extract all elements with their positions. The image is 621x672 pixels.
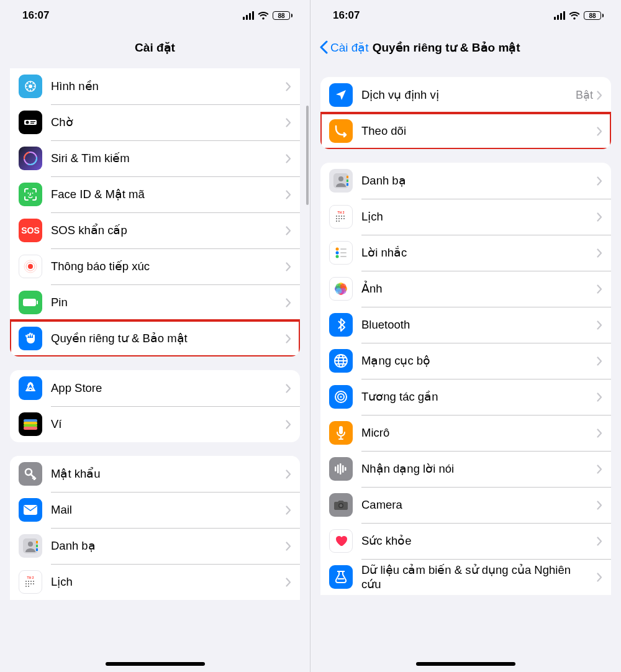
row-calendar[interactable]: TH 2Lịch	[320, 199, 611, 235]
svg-rect-57	[340, 248, 347, 250]
svg-rect-43	[347, 183, 348, 186]
row-label: Thông báo tiếp xúc	[51, 259, 286, 273]
row-label: Bluetooth	[361, 317, 597, 332]
row-passwords[interactable]: Mật khẩu	[10, 456, 300, 492]
row-label: Ảnh	[361, 281, 597, 296]
row-health[interactable]: Sức khỏe	[320, 523, 611, 559]
row-reminders[interactable]: Lời nhắc	[320, 235, 611, 271]
wallet-icon	[19, 412, 42, 436]
row-appstore[interactable]: App Store	[10, 370, 300, 406]
row-contacts[interactable]: Danh bạ	[10, 528, 300, 564]
chevron-right-icon	[286, 190, 291, 199]
row-contacts[interactable]: Danh bạ	[320, 163, 611, 199]
row-faceid[interactable]: Face ID & Mật mã	[10, 176, 300, 212]
chevron-right-icon	[597, 320, 602, 330]
research-icon	[329, 565, 353, 589]
chevron-right-icon	[286, 542, 291, 551]
chevron-right-icon	[597, 501, 602, 510]
svg-rect-32	[33, 581, 34, 582]
row-label: Dịch vụ định vị	[361, 88, 576, 102]
svg-point-56	[336, 248, 339, 251]
row-nearby[interactable]: Tương tác gần	[320, 379, 611, 415]
svg-rect-53	[343, 218, 345, 219]
svg-point-60	[336, 255, 339, 258]
wifi-icon	[569, 11, 580, 20]
reminders-icon	[329, 241, 353, 265]
home-indicator[interactable]	[416, 662, 515, 666]
svg-point-10	[32, 193, 34, 194]
row-label: SOS khẩn cấp	[51, 223, 286, 237]
nearby-icon	[329, 385, 353, 409]
chevron-right-icon	[597, 573, 602, 582]
svg-rect-77	[337, 465, 339, 473]
row-mic[interactable]: Micrô	[320, 415, 611, 451]
nav-header: Cài đặt Quyền riêng tư & Bảo mật	[310, 31, 621, 63]
chevron-right-icon	[597, 356, 602, 366]
svg-rect-25	[36, 545, 38, 547]
chevron-right-icon	[286, 298, 291, 307]
chevron-right-icon	[597, 91, 602, 100]
svg-rect-49	[343, 216, 345, 217]
row-location[interactable]: Dịch vụ định vịBật	[320, 77, 611, 113]
row-label: Lịch	[361, 209, 597, 224]
svg-rect-79	[342, 465, 344, 473]
row-battery[interactable]: Pin	[10, 284, 300, 320]
row-camera[interactable]: Camera	[320, 487, 611, 523]
calendar-icon: TH 2	[329, 205, 353, 229]
row-photos[interactable]: Ảnh	[320, 271, 611, 307]
svg-rect-19	[24, 427, 37, 430]
svg-rect-31	[30, 581, 32, 582]
scrollbar[interactable]	[306, 106, 309, 205]
row-siri[interactable]: Siri & Tìm kiếm	[10, 140, 300, 176]
row-tracking[interactable]: Theo dõi	[320, 113, 611, 149]
chevron-right-icon	[286, 118, 291, 127]
row-label: Mật khẩu	[51, 466, 286, 481]
row-calendar[interactable]: TH 2Lịch	[10, 564, 300, 600]
chevron-right-icon	[286, 334, 291, 343]
row-label: Camera	[361, 497, 597, 512]
cellular-icon	[243, 11, 254, 20]
row-research[interactable]: Dữ liệu cảm biến & sử dụng của Nghiên cứ…	[320, 559, 611, 595]
chevron-right-icon	[286, 226, 291, 235]
svg-rect-52	[341, 218, 342, 219]
row-privacy[interactable]: Quyền riêng tư & Bảo mật	[10, 320, 300, 356]
appstore-icon	[19, 376, 42, 400]
row-standby[interactable]: Chờ	[10, 104, 300, 140]
row-speech[interactable]: Nhận dạng lời nói	[320, 451, 611, 487]
battery-icon: 88	[273, 11, 292, 20]
photos-icon	[329, 277, 353, 301]
calendar-icon: TH 2	[19, 570, 42, 594]
status-bar: 16:07 88	[0, 0, 310, 31]
row-mail[interactable]: Mail	[10, 492, 300, 528]
row-label: Tương tác gần	[361, 389, 597, 404]
svg-rect-78	[340, 463, 342, 474]
wallpaper-icon	[19, 75, 42, 98]
svg-rect-38	[28, 586, 29, 587]
row-localnet[interactable]: Mạng cục bộ	[320, 343, 611, 379]
chevron-right-icon	[597, 284, 602, 294]
faceid-icon	[19, 183, 42, 206]
row-label: Siri & Tìm kiếm	[51, 151, 286, 165]
tracking-icon	[329, 119, 353, 143]
home-indicator[interactable]	[106, 662, 205, 666]
cellular-icon	[554, 11, 565, 20]
privacy-list[interactable]: Dịch vụ định vịBậtTheo dõiDanh bạTH 2Lịc…	[310, 63, 621, 672]
svg-rect-4	[30, 121, 35, 122]
back-button[interactable]: Cài đặt	[319, 40, 369, 55]
row-label: Nhận dạng lời nói	[361, 461, 597, 476]
row-exposure[interactable]: Thông báo tiếp xúc	[10, 248, 300, 284]
camera-icon	[329, 493, 353, 517]
chevron-right-icon	[597, 393, 602, 402]
wifi-icon	[258, 11, 269, 20]
svg-rect-59	[340, 252, 347, 253]
row-wallet[interactable]: Ví	[10, 406, 300, 442]
row-bluetooth[interactable]: Bluetooth	[320, 307, 611, 343]
health-icon	[329, 529, 353, 553]
chevron-right-icon	[597, 248, 602, 258]
row-wallpaper[interactable]: Hình nền	[10, 68, 300, 104]
svg-rect-26	[36, 548, 38, 551]
speech-icon	[329, 457, 353, 481]
settings-list[interactable]: Hình nềnChờSiri & Tìm kiếmFace ID & Mật …	[0, 63, 310, 672]
chevron-right-icon	[597, 212, 602, 222]
row-sos[interactable]: SOSSOS khẩn cấp	[10, 212, 300, 248]
